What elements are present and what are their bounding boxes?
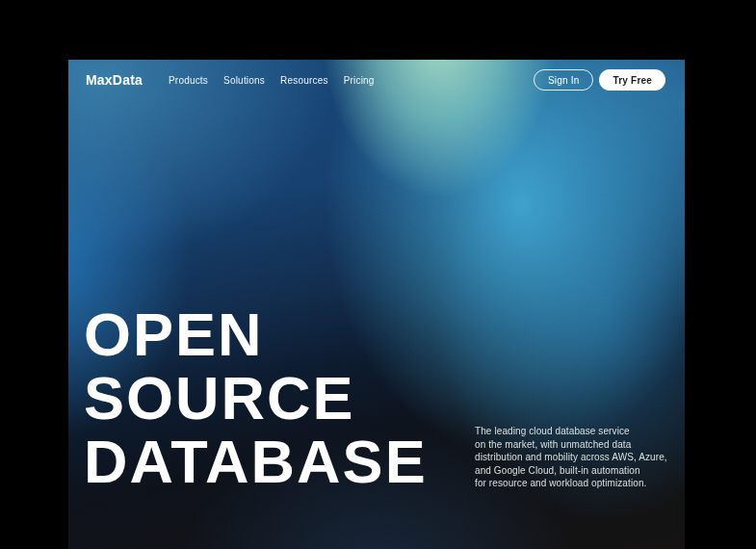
hero-description: The leading cloud database service on th…: [475, 425, 685, 490]
hero-headline: OPEN SOURCE DATABASE: [84, 302, 428, 493]
try-free-button[interactable]: Try Free: [599, 69, 665, 91]
sign-in-button[interactable]: Sign In: [534, 69, 594, 91]
nav-link-products[interactable]: Products: [169, 75, 208, 86]
hero-panel: MaxData Products Solutions Resources Pri…: [68, 60, 685, 549]
brand-logo[interactable]: MaxData: [86, 72, 143, 88]
top-navigation: MaxData Products Solutions Resources Pri…: [68, 60, 685, 91]
main-nav: Products Solutions Resources Pricing: [169, 75, 375, 86]
page-background: MaxData Products Solutions Resources Pri…: [0, 0, 756, 549]
nav-link-pricing[interactable]: Pricing: [344, 75, 375, 86]
header-actions: Sign In Try Free: [534, 69, 665, 91]
nav-link-solutions[interactable]: Solutions: [223, 75, 265, 86]
nav-link-resources[interactable]: Resources: [280, 75, 328, 86]
